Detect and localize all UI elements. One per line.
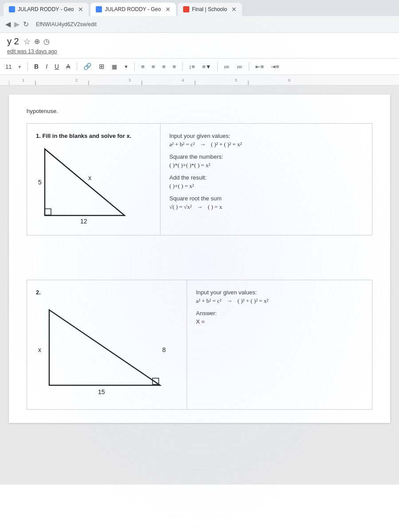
- decrease-indent-icon[interactable]: ⇤≡: [253, 60, 266, 73]
- triangle-1-svg: 5 12 x: [36, 145, 138, 224]
- tab-1-label: JULARD RODDY - Geo: [18, 6, 74, 12]
- problem-2-number: 2.: [36, 289, 169, 296]
- svg-text:x: x: [38, 346, 41, 353]
- tab-3-label: Final | Schoolo: [192, 6, 227, 12]
- problem-2-input-header-section: Input your given values: a² + b² = c² → …: [196, 289, 363, 305]
- doc-body: hypotenuse. 1. Fill in the blanks and so…: [0, 86, 399, 485]
- table-dropdown[interactable]: ▼: [121, 60, 131, 73]
- problem-1-add-eq: ( )+( ) = x²: [169, 183, 363, 190]
- spacer-1: [27, 253, 372, 280]
- doc-title-icons: ☆ ⊕ ◷: [23, 37, 50, 47]
- font-size-plus[interactable]: +: [15, 60, 24, 73]
- svg-text:12: 12: [80, 218, 87, 224]
- svg-text:4: 4: [182, 78, 184, 82]
- problem-1-sqrt-eq1: √( ) = √x²: [169, 203, 192, 210]
- svg-text:x: x: [88, 174, 91, 181]
- problem-1-square-header: Square the numbers:: [169, 153, 363, 160]
- align-left-icon[interactable]: ≡: [138, 60, 147, 73]
- tab-3[interactable]: Final | Schoolo ✕: [178, 3, 242, 16]
- increase-indent-icon[interactable]: ⇥≡: [268, 60, 282, 73]
- problem-2-answer-header: Answer:: [196, 310, 363, 317]
- problem-1-arrow1: →: [200, 141, 206, 148]
- problem-1-add-header: Add the result:: [169, 174, 363, 181]
- align-right-icon[interactable]: ≡: [160, 60, 168, 73]
- history-icon[interactable]: ◷: [43, 37, 50, 46]
- tab-1-close[interactable]: ✕: [78, 6, 83, 13]
- forward-icon[interactable]: ▶: [14, 20, 20, 28]
- problem-2-eq2: ( )² + ( )² = x²: [238, 297, 269, 304]
- bold-button[interactable]: B: [31, 60, 41, 73]
- table-icon[interactable]: ▦: [109, 60, 120, 73]
- address-text[interactable]: EfNWIAU4yd6ZV2sw/edit: [36, 21, 97, 27]
- svg-rect-13: [45, 209, 51, 215]
- reload-icon[interactable]: ↻: [23, 20, 29, 28]
- svg-text:15: 15: [98, 388, 105, 395]
- doc-title: y 2: [7, 36, 19, 47]
- problem-1-square-eq: ( )*( )+( )*( ) = x²: [169, 162, 363, 169]
- problem-2-right: Input your given values: a² + b² = c² → …: [187, 280, 372, 409]
- tab-2[interactable]: JULARD RODDY - Geo ✕: [90, 3, 176, 16]
- problem-1-sqrt-line: √( ) = √x² → ( ) = x: [169, 203, 363, 211]
- align-center-icon[interactable]: ≡: [149, 60, 158, 73]
- svg-marker-12: [45, 149, 125, 215]
- problem-2-left: 2. x 8 15: [27, 280, 178, 409]
- svg-text:8: 8: [162, 346, 166, 353]
- problem-1-eq1-line: a² + b² = c² → ( )² + ( )² = x²: [169, 141, 363, 148]
- problem-1-input-header-section: Input your given values: a² + b² = c² → …: [169, 133, 363, 148]
- problem-1-left: 1. Fill in the blanks and solve for x. 5…: [27, 124, 151, 235]
- tab-2-close[interactable]: ✕: [165, 6, 171, 13]
- doc-page: hypotenuse. 1. Fill in the blanks and so…: [9, 94, 390, 423]
- problem-1-add-section: Add the result: ( )+( ) = x²: [169, 174, 363, 190]
- problem-1-number: 1. Fill in the blanks and solve for x.: [36, 133, 142, 139]
- problem-2-container: 2. x 8 15 Input your g: [27, 280, 372, 410]
- toolbar-sep-2: [77, 62, 77, 71]
- toolbar: 11 + B I U A 🔗 ⊞ ▦ ▼ ≡ ≡ ≡ ≡ ↕≡ ≡▼ ≔ ≔ ⇤…: [0, 59, 399, 75]
- docs-icon-1: [9, 6, 15, 12]
- docs-icon-2: [96, 6, 102, 12]
- svg-text:3: 3: [129, 78, 131, 82]
- toolbar-sep-6: [249, 62, 249, 71]
- tab-1[interactable]: JULARD RODDY - Geo ✕: [4, 3, 89, 16]
- font-size[interactable]: 11: [4, 60, 13, 73]
- tab-bar: JULARD RODDY - Geo ✕ JULARD RODDY - Geo …: [0, 0, 399, 16]
- problem-1-sqrt-section: Square root the sum √( ) = √x² → ( ) = x: [169, 195, 363, 211]
- tab-2-label: JULARD RODDY - Geo: [105, 6, 160, 12]
- number-list-icon[interactable]: ≔: [234, 60, 245, 73]
- problem-1-arrow2: →: [197, 203, 203, 210]
- address-bar: ◀ ▶ ↻ EfNWIAU4yd6ZV2sw/edit: [0, 16, 399, 33]
- school-icon: [183, 6, 189, 12]
- share-icon[interactable]: ⊕: [34, 37, 40, 46]
- hypotenuse-label: hypotenuse.: [27, 108, 372, 114]
- tab-3-close[interactable]: ✕: [231, 6, 237, 13]
- line-spacing-icon[interactable]: ↕≡: [186, 60, 198, 73]
- strikethrough-button[interactable]: A: [63, 60, 73, 73]
- problem-1-sqrt-eq2: ( ) = x: [208, 203, 222, 210]
- problem-1-container: 1. Fill in the blanks and solve for x. 5…: [27, 123, 372, 235]
- svg-text:5: 5: [235, 78, 237, 82]
- link-icon[interactable]: 🔗: [81, 60, 94, 73]
- svg-text:2: 2: [75, 78, 78, 82]
- doc-title-row: y 2 ☆ ⊕ ◷: [7, 36, 392, 47]
- underline-button[interactable]: U: [52, 60, 62, 73]
- image-icon[interactable]: ⊞: [96, 60, 107, 73]
- problem-2-input-header: Input your given values:: [196, 289, 363, 296]
- problem-1-sqrt-header: Square root the sum: [169, 195, 363, 202]
- svg-text:6: 6: [288, 78, 290, 82]
- align-justify-icon[interactable]: ≡: [170, 60, 179, 73]
- back-icon[interactable]: ◀: [5, 20, 11, 28]
- problem-2-arrow1: →: [227, 297, 232, 304]
- toolbar-sep-5: [217, 62, 218, 71]
- problem-2-answer-section: Answer: X =: [196, 310, 363, 325]
- italic-button[interactable]: I: [43, 60, 50, 73]
- ruler: 1 2 3 4 5 6: [0, 75, 399, 86]
- star-icon[interactable]: ☆: [23, 37, 31, 47]
- bullet-list-icon[interactable]: ≔: [221, 60, 232, 73]
- indent-list-icon[interactable]: ≡▼: [200, 60, 214, 73]
- edit-status[interactable]: edit was 13 days ago: [7, 48, 392, 55]
- problem-2-x-equals: X =: [196, 318, 363, 325]
- problem-2-eq1-line: a² + b² = c² → ( )² + ( )² = x²: [196, 297, 363, 305]
- doc-header: y 2 ☆ ⊕ ◷ edit was 13 days ago: [0, 33, 399, 59]
- svg-text:1: 1: [22, 78, 24, 82]
- problem-2-eq1: a² + b² = c²: [196, 297, 221, 304]
- toolbar-sep-1: [27, 62, 28, 71]
